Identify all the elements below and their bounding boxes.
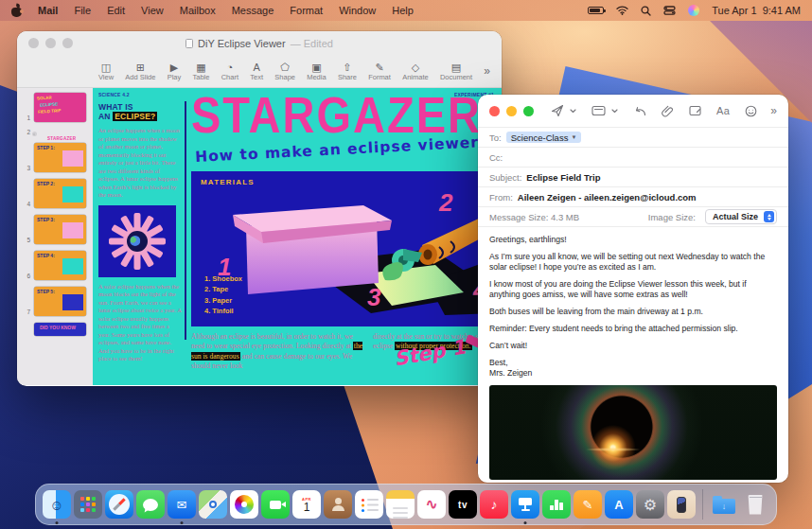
table-button[interactable]: ▦Table (193, 62, 210, 81)
undo-icon[interactable] (633, 106, 646, 116)
dock-icon-contacts[interactable] (324, 490, 352, 519)
eclipse-photo-attachment[interactable] (489, 385, 777, 480)
document-button[interactable]: ▤Document (440, 62, 472, 81)
dock-icon-iphone-mirroring[interactable] (667, 490, 696, 519)
shape-icon: ⬠ (280, 62, 290, 73)
to-field[interactable]: To: Science-Class▼ (478, 128, 788, 148)
body-signature: Mrs. Zeigen (489, 368, 777, 379)
dock-icon-messages[interactable] (136, 490, 165, 519)
dock-icon-trash[interactable] (741, 490, 769, 519)
search-icon[interactable] (641, 6, 651, 16)
dock-icon-downloads[interactable] (710, 490, 738, 519)
format-icon: ✎ (375, 62, 383, 73)
view-button[interactable]: ◫View (98, 62, 114, 81)
share-button[interactable]: ⇧Share (338, 62, 357, 81)
format-button[interactable]: ✎Format (368, 62, 391, 81)
slide-thumbnail-4[interactable]: 4 STEP 2: (17, 179, 93, 208)
dock-icon-tv[interactable]: tv (449, 490, 477, 519)
menu-app-name[interactable]: Mail (38, 5, 58, 16)
close-button[interactable] (489, 106, 500, 116)
dock-icon-music[interactable]: ♪ (480, 490, 508, 519)
slide-thumbnail-6[interactable]: 6 STEP 4: (17, 251, 93, 280)
dock-icon-mail[interactable]: ✉ (168, 490, 196, 519)
recipient-token[interactable]: Science-Class▼ (506, 132, 582, 143)
format-icon[interactable]: Aa (716, 105, 730, 116)
media-icon: ▣ (311, 62, 321, 73)
body-paragraph: As I’m sure you all know, we will be set… (489, 252, 777, 273)
text-button[interactable]: AText (250, 62, 263, 81)
shape-button[interactable]: ⬠Shape (274, 62, 295, 81)
dock-icon-numbers[interactable] (542, 490, 571, 519)
add-slide-button[interactable]: ⊞Add Slide (125, 62, 155, 81)
subject-field[interactable]: Subject: Eclipse Field Trip (478, 168, 788, 187)
dock-icon-facetime[interactable] (261, 490, 290, 519)
dock-icon-maps[interactable] (199, 490, 227, 519)
menu-view[interactable]: View (141, 5, 164, 16)
dock-icon-calendar[interactable]: APR1 (292, 490, 321, 519)
from-field[interactable]: From: Aileen Zeigen - aileen.zeigen@iclo… (478, 187, 788, 207)
send-chevron-icon[interactable] (570, 109, 576, 114)
table-icon: ▦ (196, 62, 205, 73)
dock-icon-finder[interactable]: ☺ (43, 490, 71, 519)
slide-canvas[interactable]: SCIENCE 4.2 EXPERIMENT #1 WHAT IS AN ECL… (93, 88, 502, 385)
dock-icon-settings[interactable]: ⚙ (636, 490, 664, 519)
dock-icon-photos[interactable] (230, 490, 258, 519)
slide-thumbnail-2-selected[interactable]: 2 STARGAZER (17, 129, 93, 136)
fields-chevron-icon[interactable] (611, 109, 618, 114)
menu-bar-clock[interactable]: Tue Apr 1 9:41 AM (712, 5, 801, 16)
dock: ☺ ✉ APR1 ∿ tv ♪ ✎ A ⚙ (35, 484, 777, 525)
menu-message[interactable]: Message (232, 5, 274, 16)
markup-icon[interactable] (689, 105, 701, 116)
toolbar-overflow-icon[interactable]: » (484, 64, 490, 78)
siri-icon[interactable] (688, 5, 699, 16)
image-size-select[interactable]: Actual Size (705, 209, 777, 224)
dock-icon-notes[interactable] (386, 490, 415, 519)
chart-button[interactable]: ◔Chart (221, 62, 238, 81)
zoom-button[interactable] (523, 106, 534, 116)
slide-thumbnail-3[interactable]: 3 STEP 1: (17, 143, 93, 172)
media-button[interactable]: ▣Media (307, 62, 326, 81)
document-proxy-icon[interactable] (185, 39, 193, 48)
body-paragraph: I know most of you are doing the Eclipse… (489, 279, 777, 301)
running-indicator (524, 521, 527, 524)
control-center-icon[interactable] (663, 6, 676, 15)
wifi-icon[interactable] (616, 6, 628, 15)
cc-field[interactable]: Cc: (478, 148, 788, 168)
slide-thumbnail-7[interactable]: 7 STEP 5: (17, 287, 93, 316)
animate-button[interactable]: ◇Animate (402, 62, 429, 81)
menu-help[interactable]: Help (392, 5, 414, 16)
battery-icon[interactable] (588, 7, 604, 14)
attach-icon[interactable] (662, 105, 674, 117)
what-is-heading: WHAT IS AN ECLIPSE? (98, 102, 182, 121)
dock-icon-freeform[interactable]: ∿ (417, 490, 446, 519)
emoji-icon[interactable] (745, 105, 757, 117)
dock-icon-pages[interactable]: ✎ (574, 490, 602, 519)
dock-icon-launchpad[interactable] (74, 490, 102, 519)
menu-edit[interactable]: Edit (107, 5, 125, 16)
more-toolbar-items-icon[interactable]: » (770, 104, 777, 117)
mail-compose-window: Aa » To: Science-Class▼ Cc: Subject: Ecl… (478, 95, 788, 483)
header-fields-icon[interactable] (591, 105, 606, 116)
minimize-button[interactable] (506, 106, 517, 116)
dock-icon-reminders[interactable] (355, 490, 383, 519)
play-button[interactable]: ▶Play (168, 62, 182, 81)
dock-icon-appstore[interactable]: A (605, 490, 633, 519)
menu-format[interactable]: Format (290, 5, 323, 16)
menu-window[interactable]: Window (339, 5, 376, 16)
sun-illustration (98, 205, 176, 277)
materials-list: 1. Shoebox 2. Tape 3. Paper 4. Tinfoil (204, 273, 242, 316)
dock-icon-safari[interactable] (105, 490, 133, 519)
keynote-titlebar[interactable]: DiY Eclipse Viewer — Edited (17, 31, 502, 55)
slide-thumbnail-8[interactable]: DID YOU KNOW (17, 323, 93, 336)
message-body[interactable]: Greetings, earthlings! As I’m sure you a… (478, 227, 788, 379)
menu-mailbox[interactable]: Mailbox (180, 5, 216, 16)
keynote-toolbar: ◫View ⊞Add Slide ▶Play ▦Table ◔Chart ATe… (17, 55, 502, 88)
dock-icon-keynote[interactable] (511, 490, 539, 519)
running-indicator (56, 521, 59, 524)
slide-thumbnail-5[interactable]: 5 STEP 3: (17, 215, 93, 244)
menu-file[interactable]: File (74, 5, 91, 16)
apple-menu-icon[interactable] (11, 5, 22, 17)
slide-thumbnail-1[interactable]: 1 SOLAR ECLIPSE FIELD TRIP (17, 93, 93, 122)
send-icon[interactable] (551, 104, 564, 117)
running-indicator (181, 521, 184, 524)
